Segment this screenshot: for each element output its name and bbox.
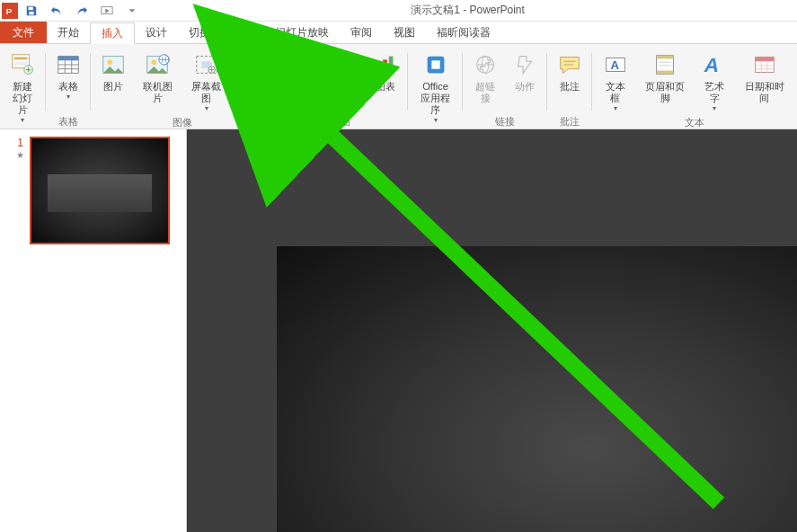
table-icon — [54, 50, 83, 79]
slide-thumbnail-item[interactable]: 1 ★ — [16, 137, 170, 244]
screenshot-icon — [192, 50, 221, 79]
svg-rect-31 — [389, 57, 394, 74]
svg-rect-3 — [29, 11, 33, 14]
slide-thumbnail-panel[interactable]: 1 ★ — [0, 129, 187, 532]
group-images: 图片 联机图片 屏幕截图 ▾ 相册 ▾ — [91, 48, 274, 129]
album-label: 相册 — [241, 81, 261, 93]
svg-rect-42 — [657, 56, 674, 59]
datetime-button[interactable]: 日期和时间 — [736, 48, 793, 107]
group-apps: Office 应用程序 ▾ 应用程序 — [408, 48, 463, 129]
group-comments-label: 批注 — [551, 114, 589, 129]
hyperlink-label: 超链接 — [471, 81, 500, 104]
smartart-icon — [326, 50, 355, 79]
online-picture-button[interactable]: 联机图片 — [134, 48, 182, 107]
svg-point-16 — [107, 59, 112, 65]
dropdown-arrow-icon: ▾ — [713, 105, 716, 112]
office-apps-label: Office 应用程序 — [416, 81, 455, 116]
svg-text:P: P — [6, 5, 13, 15]
album-button[interactable]: 相册 ▾ — [232, 48, 270, 103]
office-apps-icon — [421, 50, 450, 79]
picture-label: 图片 — [103, 81, 123, 93]
qat-customize-dropdown[interactable] — [124, 3, 140, 19]
group-slides: 新建 幻灯片 ▾ 幻灯片 — [0, 48, 46, 129]
new-slide-button[interactable]: 新建 幻灯片 ▾ — [4, 48, 42, 127]
ribbon: 新建 幻灯片 ▾ 幻灯片 表格 ▾ 表格 图片 — [0, 43, 797, 129]
redo-button[interactable] — [74, 3, 90, 19]
dropdown-arrow-icon: ▾ — [249, 93, 252, 101]
datetime-label: 日期和时间 — [740, 81, 789, 104]
group-links: 超链接 动作 链接 — [463, 48, 547, 129]
dropdown-arrow-icon: ▾ — [205, 105, 208, 112]
dropdown-arrow-icon: ▾ — [66, 93, 70, 101]
svg-rect-43 — [657, 71, 674, 75]
tab-file[interactable]: 文件 — [0, 22, 47, 43]
tab-animations[interactable]: 动画 — [221, 22, 264, 43]
tab-design[interactable]: 设计 — [135, 22, 178, 43]
svg-rect-27 — [294, 62, 306, 74]
tab-slideshow[interactable]: 幻灯片放映 — [264, 22, 340, 43]
group-text-label: 文本 — [596, 115, 793, 129]
tab-review[interactable]: 审阅 — [340, 22, 383, 43]
header-footer-icon — [651, 50, 679, 79]
svg-text:A: A — [610, 58, 619, 72]
action-button[interactable]: 动作 — [506, 48, 544, 95]
comment-label: 批注 — [560, 81, 580, 93]
group-images-label: 图像 — [94, 115, 270, 129]
slide-thumbnail[interactable] — [30, 137, 170, 244]
picture-button[interactable]: 图片 — [94, 48, 132, 95]
office-apps-button[interactable]: Office 应用程序 ▾ — [412, 48, 459, 127]
dropdown-arrow-icon: ▾ — [434, 117, 438, 124]
tab-view[interactable]: 视图 — [383, 22, 426, 43]
online-picture-icon — [143, 50, 172, 79]
shapes-label: 形状 — [286, 81, 306, 93]
textbox-button[interactable]: A 文本框 ▾ — [596, 48, 634, 115]
table-button[interactable]: 表格 ▾ — [49, 48, 87, 103]
tab-home[interactable]: 开始 — [47, 22, 90, 43]
ribbon-tabs: 文件 开始 插入 设计 切换 动画 幻灯片放映 审阅 视图 福昕阅读器 — [0, 22, 797, 43]
dropdown-arrow-icon: ▾ — [294, 93, 297, 101]
group-links-label: 链接 — [466, 114, 544, 129]
slide-canvas-area[interactable] — [187, 129, 797, 532]
header-footer-button[interactable]: 页眉和页脚 — [636, 48, 694, 107]
wordart-label: 艺术字 — [700, 81, 730, 104]
picture-icon — [99, 50, 128, 79]
smartart-button[interactable]: SmartArt — [316, 48, 364, 95]
svg-rect-2 — [29, 6, 33, 10]
dropdown-arrow-icon: ▾ — [21, 117, 24, 124]
table-label: 表格 — [58, 81, 78, 93]
wordart-button[interactable]: A 艺术字 ▾ — [695, 48, 734, 115]
group-text: A 文本框 ▾ 页眉和页脚 A 艺术字 ▾ — [592, 48, 797, 129]
chart-button[interactable]: 图表 — [367, 48, 404, 95]
svg-rect-7 — [14, 61, 28, 66]
action-icon — [510, 50, 539, 79]
tab-insert[interactable]: 插入 — [90, 22, 135, 44]
textbox-icon: A — [601, 50, 630, 79]
online-picture-label: 联机图片 — [138, 81, 177, 104]
svg-rect-33 — [431, 60, 439, 68]
hyperlink-icon — [471, 50, 500, 79]
smartart-label: SmartArt — [321, 81, 359, 93]
slide-number: 1 — [17, 137, 23, 149]
wordart-icon: A — [700, 50, 729, 79]
shapes-button[interactable]: 形状 ▾ — [277, 48, 314, 103]
action-label: 动作 — [515, 81, 535, 93]
svg-rect-28 — [331, 59, 339, 69]
group-illustrations: 形状 ▾ SmartArt 图表 插图 — [273, 48, 407, 129]
hyperlink-button[interactable]: 超链接 — [466, 48, 504, 107]
tab-transitions[interactable]: 切换 — [178, 22, 221, 43]
slide-canvas[interactable] — [277, 246, 797, 532]
start-slideshow-button[interactable] — [99, 3, 115, 19]
undo-button[interactable] — [49, 3, 65, 19]
group-tables-label: 表格 — [49, 114, 87, 129]
tab-foxit[interactable]: 福昕阅读器 — [426, 22, 501, 43]
svg-point-18 — [151, 59, 156, 65]
comment-icon — [555, 50, 584, 79]
comment-button[interactable]: 批注 — [551, 48, 589, 95]
window-title: 演示文稿1 - PowerPoint — [140, 3, 795, 18]
slide-thumbnail-content — [48, 174, 152, 212]
save-button[interactable] — [23, 3, 40, 19]
screenshot-label: 屏幕截图 — [188, 81, 226, 104]
screenshot-button[interactable]: 屏幕截图 ▾ — [183, 48, 231, 115]
quick-access-toolbar — [23, 3, 140, 19]
workspace: 1 ★ — [0, 129, 797, 532]
